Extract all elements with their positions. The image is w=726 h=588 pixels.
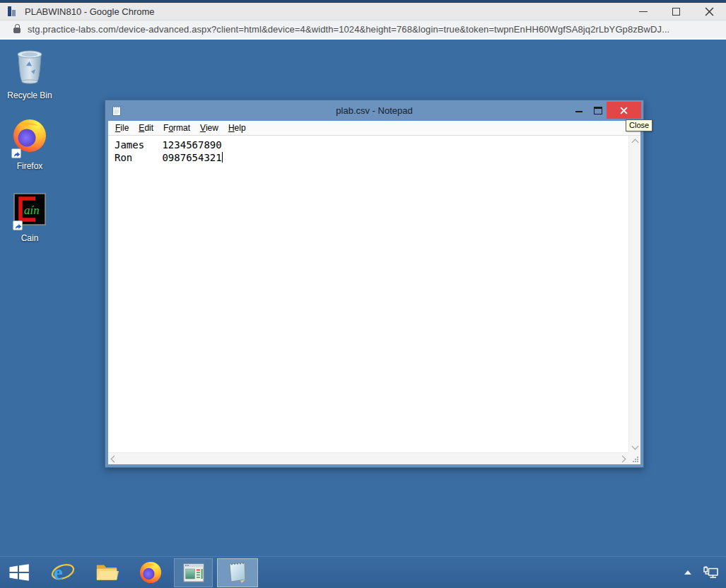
scroll-left-icon[interactable] [111, 455, 118, 462]
url-text[interactable]: stg.practice-labs.com/device-advanced.as… [28, 24, 669, 35]
practice-labs-favicon [7, 6, 18, 17]
text-caret [222, 152, 223, 163]
cain-icon: aín [13, 192, 47, 230]
desktop-icon-label: Cain [21, 233, 39, 243]
network-icon[interactable] [703, 565, 719, 580]
start-button[interactable] [7, 558, 31, 587]
firefox-icon [139, 560, 163, 585]
vertical-scrollbar[interactable] [628, 136, 640, 452]
notepad-icon [226, 560, 249, 584]
resize-grip[interactable] [628, 452, 640, 464]
start-icon [8, 563, 30, 582]
taskbar-button-notepad[interactable] [217, 558, 258, 587]
menu-item-edit[interactable]: Edit [134, 122, 158, 134]
scroll-right-icon[interactable] [619, 455, 626, 462]
chrome-window-controls [626, 3, 726, 20]
chrome-titlebar[interactable]: PLABWIN810 - Google Chrome [0, 3, 726, 20]
close-tooltip: Close [626, 119, 652, 131]
desktop-icon-recycle-bin[interactable]: Recycle Bin [0, 47, 59, 100]
menu-item-help[interactable]: Help [223, 122, 251, 134]
notepad-titlebar[interactable]: plab.csv - Notepad [105, 100, 643, 121]
cain-window-icon [183, 563, 204, 582]
remote-desktop[interactable]: Recycle Bin Firefox [0, 41, 726, 588]
scroll-up-icon[interactable] [631, 139, 638, 146]
notepad-minimize-button[interactable] [575, 111, 582, 112]
close-icon [620, 107, 628, 114]
screen: { "chrome": { "title": "PLABWIN810 - Goo… [0, 0, 726, 588]
svg-text:aín: aín [24, 204, 40, 217]
menu-item-view[interactable]: View [195, 122, 223, 134]
menu-item-format[interactable]: Format [158, 122, 195, 134]
notepad-close-button[interactable] [607, 102, 641, 119]
notepad-client-area: File Edit Format View Help James 1234567… [108, 121, 640, 464]
close-icon [705, 7, 714, 16]
system-tray [684, 557, 719, 588]
scroll-down-icon[interactable] [632, 443, 639, 450]
notepad-menubar: File Edit Format View Help [108, 121, 640, 136]
desktop-icon-firefox[interactable]: Firefox [0, 117, 59, 171]
notepad-text-area[interactable]: James 1234567890 Ron 0987654321 [108, 136, 628, 452]
show-hidden-icons-arrow[interactable] [684, 570, 691, 575]
menu-item-file[interactable]: File [110, 122, 134, 134]
file-explorer-icon [95, 562, 119, 583]
desktop-icon-label: Recycle Bin [7, 90, 52, 100]
resize-grip-icon [631, 455, 639, 463]
notepad-title: plab.csv - Notepad [105, 100, 643, 121]
notepad-maximize-button[interactable] [594, 107, 602, 114]
taskbar-item-file-explorer[interactable] [95, 558, 119, 587]
maximize-button[interactable] [660, 3, 693, 20]
notepad-window: plab.csv - Notepad Close File Edit Forma… [105, 100, 644, 468]
text-line: Ron 0987654321 [115, 151, 628, 164]
desktop-icon-label: Firefox [17, 161, 43, 171]
text-line: James 1234567890 [115, 139, 628, 151]
firefox-icon [11, 117, 48, 158]
lock-icon [13, 28, 21, 33]
taskbar: e [0, 556, 726, 588]
taskbar-button-cain[interactable] [174, 558, 213, 587]
recycle-bin-icon [13, 47, 47, 88]
url-bar[interactable]: stg.practice-labs.com/device-advanced.as… [0, 20, 726, 40]
minimize-button[interactable] [626, 3, 660, 20]
internet-explorer-icon: e [51, 560, 75, 585]
close-button[interactable] [693, 3, 726, 20]
shortcut-arrow-icon [13, 220, 23, 230]
chrome-window-title: PLABWIN810 - Google Chrome [25, 6, 155, 17]
taskbar-item-internet-explorer[interactable]: e [51, 558, 75, 587]
taskbar-item-firefox[interactable] [139, 558, 163, 587]
shortcut-arrow-icon [11, 148, 21, 158]
svg-text:e: e [54, 561, 63, 584]
horizontal-scrollbar[interactable] [108, 452, 628, 464]
minimize-icon [639, 11, 648, 12]
notepad-edit-control: James 1234567890 Ron 0987654321 [108, 136, 640, 464]
desktop-icon-cain[interactable]: aín Cain [0, 192, 59, 243]
maximize-icon [672, 8, 680, 16]
